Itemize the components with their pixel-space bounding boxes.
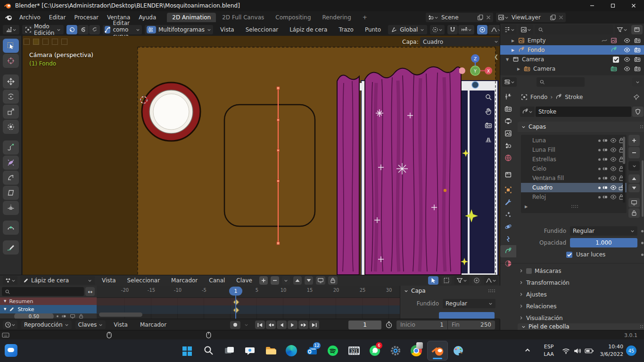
timeline-area[interactable]: -20 -15 -10 -5 5 10 15 20 25 30 1	[97, 286, 400, 319]
disable-render-icon[interactable]	[634, 37, 641, 44]
playhead-line[interactable]	[235, 295, 236, 319]
tool-extrude[interactable]	[3, 140, 19, 155]
timeline-editor-type[interactable]	[3, 321, 17, 329]
tab-rendering[interactable]: Rendering	[317, 13, 356, 22]
menu-ayuda[interactable]: Ayuda	[134, 14, 160, 21]
select-mode-between-button[interactable]	[89, 25, 100, 34]
tab-physics[interactable]	[500, 221, 516, 233]
clock-tray[interactable]: 10:403/6/2022	[596, 343, 623, 358]
properties-search[interactable]	[537, 77, 585, 87]
layer-row-cuadro[interactable]: Cuadro	[521, 183, 627, 192]
edit-as-curve-toggle[interactable]: Editar como curva	[103, 25, 142, 34]
jump-to-end-button[interactable]	[309, 321, 319, 329]
tab-viewlayer[interactable]	[500, 127, 516, 140]
panel-grip-icon[interactable]	[488, 289, 496, 293]
search-button[interactable]	[203, 345, 214, 356]
outliner-filter-dropdown[interactable]	[615, 25, 629, 34]
opacidad-slider[interactable]: 1.000	[570, 238, 637, 247]
media-player-321-button[interactable]: 321	[348, 345, 360, 356]
eye-icon[interactable]	[610, 147, 617, 153]
eye-icon[interactable]	[610, 156, 617, 163]
channel-resumen[interactable]: ▼Resumen	[0, 297, 97, 305]
filter-dropdown[interactable]	[454, 276, 469, 285]
hide-viewport-icon[interactable]	[624, 56, 630, 63]
capa-panel-title[interactable]: Capa	[411, 288, 426, 294]
claves-dropdown[interactable]: Claves	[75, 321, 106, 329]
select-tool-button[interactable]	[428, 276, 438, 285]
paint3d-button[interactable]	[453, 345, 464, 356]
clock-object[interactable]	[142, 82, 200, 141]
tool-curve-point[interactable]	[3, 221, 19, 235]
current-frame-indicator[interactable]: 1	[229, 287, 242, 296]
outliner-filter-collection[interactable]	[519, 25, 533, 34]
capa-fundido-dropdown[interactable]: Regular	[443, 299, 495, 308]
channel-search[interactable]	[2, 287, 84, 296]
wifi-icon[interactable]	[562, 348, 570, 354]
whatsapp-button[interactable]: 6	[369, 345, 380, 356]
eye-icon[interactable]	[610, 184, 617, 191]
layer-row-reloj[interactable]: Reloj	[521, 192, 627, 202]
expand-icon[interactable]: ▶	[517, 67, 524, 71]
hide-viewport-icon[interactable]	[624, 47, 630, 53]
tab-render[interactable]	[500, 103, 516, 115]
tray-chevron[interactable]	[524, 347, 531, 354]
overlay-toggle-icon[interactable]	[33, 39, 39, 45]
disable-render-icon[interactable]	[634, 47, 641, 53]
tool-radius[interactable]	[3, 156, 19, 170]
camera-view-icon[interactable]	[485, 122, 492, 129]
usar-luces-checkbox[interactable]	[566, 252, 572, 258]
menu-trazo[interactable]: Trazo	[334, 26, 358, 33]
next-keyframe-button[interactable]	[298, 321, 308, 329]
list-grip-icon[interactable]	[571, 205, 579, 208]
tool-shear[interactable]	[3, 186, 19, 200]
channel-up-button[interactable]	[293, 276, 302, 285]
new-collection-button[interactable]	[631, 25, 643, 34]
tab-world[interactable]	[500, 152, 516, 164]
animate-dot[interactable]	[641, 230, 644, 232]
tab-object[interactable]	[500, 184, 516, 196]
scene-value[interactable]: Scene	[441, 14, 477, 21]
isolate-layer-button[interactable]	[628, 198, 640, 207]
datablock-name-field[interactable]: Stroke	[536, 107, 631, 117]
onion-skin-icon[interactable]	[602, 156, 609, 163]
zoom-viewport-icon[interactable]	[485, 93, 492, 101]
outliner-display-mode[interactable]	[502, 25, 517, 34]
editor-type-button[interactable]	[3, 25, 19, 34]
add-layer-button[interactable]	[628, 135, 640, 146]
start-button[interactable]	[181, 345, 193, 357]
onion-skin-icon[interactable]	[602, 137, 609, 144]
collection-checkbox[interactable]	[613, 57, 619, 63]
hide-viewport-icon[interactable]	[624, 66, 630, 72]
proportional-toggle[interactable]	[472, 276, 481, 285]
outliner-search[interactable]	[535, 25, 613, 34]
maximize-button[interactable]	[603, 0, 623, 11]
remove-keyframe-button[interactable]	[271, 276, 279, 285]
menu-seleccionar[interactable]: Seleccionar	[241, 26, 282, 33]
capa-overlay-dropdown[interactable]: Cuadro	[420, 37, 501, 46]
multiframe-toggle[interactable]: Multifotogramas	[145, 25, 213, 34]
pb-menu-vista[interactable]: Vista	[109, 321, 132, 328]
scene-selector[interactable]: Scene	[426, 13, 493, 22]
panel-grip-icon[interactable]	[640, 325, 644, 329]
menu-lapiz-de-cera[interactable]: Lápiz de cera	[285, 26, 331, 33]
menu-punto[interactable]: Punto	[361, 26, 385, 33]
lock-channel-button[interactable]	[328, 276, 338, 285]
animate-dot[interactable]	[641, 242, 644, 244]
layer-row-luna[interactable]: Luna	[521, 136, 627, 145]
disable-render-icon[interactable]	[634, 66, 641, 72]
keying-dropdown[interactable]	[282, 276, 290, 285]
panel-mascaras[interactable]: Máscaras	[519, 265, 644, 277]
move-layer-up-button[interactable]	[628, 174, 640, 183]
file-explorer-button[interactable]	[265, 345, 276, 356]
unlink-scene-icon[interactable]	[486, 15, 491, 20]
move-layer-down-button[interactable]	[628, 184, 640, 192]
current-frame-field[interactable]: 1	[348, 321, 381, 329]
outliner-row-fondo[interactable]: ▶ Fondo	[500, 45, 644, 55]
tab-scene[interactable]	[500, 140, 516, 152]
disable-render-icon[interactable]	[634, 56, 641, 63]
outliner-row-camera-object[interactable]: ▶ Camera	[500, 64, 644, 74]
chrome-button[interactable]	[411, 345, 422, 356]
tab-compositing[interactable]: Compositing	[270, 13, 316, 22]
auto-keying-button[interactable]	[230, 321, 240, 329]
close-button[interactable]	[623, 0, 644, 11]
